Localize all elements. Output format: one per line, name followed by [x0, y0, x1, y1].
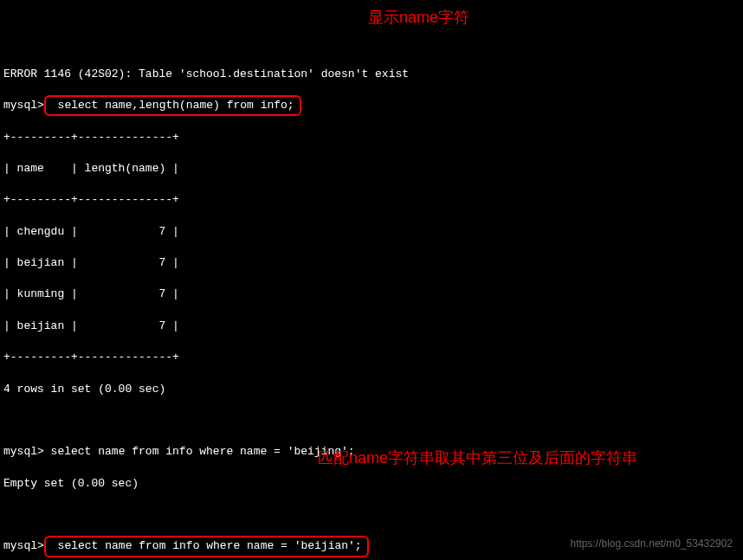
empty-set: Empty set (0.00 sec)	[3, 476, 740, 492]
table1-row: | chengdu | 7 |	[3, 224, 740, 240]
table1-border-bot: +---------+--------------+	[3, 350, 740, 365]
annotation-2: 匹配name字符串取其中第三位及后面的字符串	[318, 447, 725, 470]
table1-footer: 4 rows in set (0.00 sec)	[3, 382, 740, 397]
query-line-1: mysql> select name,length(name) from inf…	[3, 98, 740, 113]
mysql-prompt: mysql>	[3, 99, 44, 112]
blank-line	[3, 413, 740, 428]
table1-row: | kunming | 7 |	[3, 286, 740, 302]
table1-border-mid: +---------+--------------+	[3, 192, 740, 208]
mysql-prompt: mysql>	[3, 539, 44, 552]
table1-border-top: +---------+--------------+	[3, 130, 740, 145]
query-1-box: select name,length(name) from info;	[44, 95, 301, 116]
table1-header: | name | length(name) |	[3, 161, 740, 177]
mysql-prompt: mysql>	[3, 445, 44, 458]
table1-row: | beijian | 7 |	[3, 255, 740, 271]
watermark: https://blog.csdn.net/m0_53432902	[571, 537, 733, 551]
query-3-box: select name from info where name = 'beij…	[44, 536, 369, 557]
annotation-1: 显示name字符	[368, 7, 469, 29]
blank-line	[3, 507, 740, 523]
table1-row: | beijian | 7 |	[3, 319, 740, 334]
query-2-text: select name from info where name = 'beij…	[44, 445, 355, 458]
error-line: ERROR 1146 (42S02): Table 'school.destin…	[3, 67, 740, 82]
